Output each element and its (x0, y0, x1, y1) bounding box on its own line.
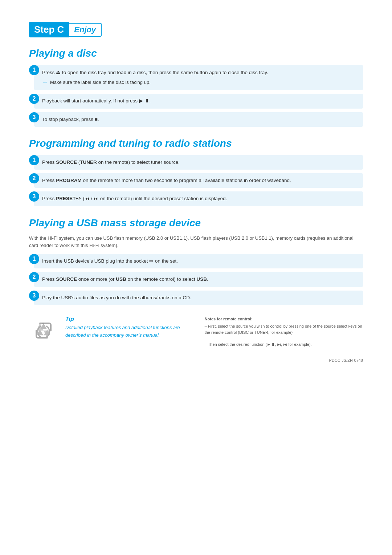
prog-step2-text: Press PROGRAM on the remote for more tha… (42, 178, 291, 183)
usb-step2-text: Press SOURCE once or more (or USB on the… (42, 276, 208, 282)
programming-title: Programming and tuning to radio stations (29, 138, 363, 149)
prog-step-number-2: 2 (29, 173, 39, 183)
tip-text: Detailed playback features and additiona… (65, 324, 197, 339)
usb-step-number-1: 1 (29, 254, 39, 264)
prog-step-content-2: Press PROGRAM on the remote for more tha… (34, 173, 363, 188)
step-enjoy-label: Enjoy (69, 23, 102, 37)
disc-step1-note-text: Make sure the label side of the disc is … (50, 79, 151, 86)
arrow-icon: → (42, 78, 48, 86)
usb-step-content-1: Insert the USB device's USB plug into th… (34, 254, 363, 268)
usb-step3-text: Play the USB's audio files as you do wit… (42, 295, 191, 300)
tip-note2: – Then select the desired function (►⏸, … (205, 341, 363, 348)
tip-section: Tip Detailed playback features and addit… (29, 316, 363, 348)
prog-step-number-1: 1 (29, 155, 39, 165)
prog-step1-text: Press SOURCE (TUNER on the remote) to se… (42, 159, 180, 165)
disc-step-1: 1 Press ⏏ to open the disc tray and load… (29, 65, 363, 90)
prog-step3-text: Press PRESET+/- (⏮ / ⏭ on the remote) un… (42, 196, 227, 201)
step-c-label: Step C (29, 22, 69, 37)
prog-step-content-3: Press PRESET+/- (⏮ / ⏭ on the remote) un… (34, 191, 363, 206)
usb-section: Playing a USB mass storage device With t… (29, 217, 363, 305)
disc-step-3: 3 To stop playback, press ■. (29, 112, 363, 127)
disc-step2-text: Playback will start automatically. If no… (42, 98, 151, 104)
disc-step-2: 2 Playback will start automatically. If … (29, 94, 363, 108)
usb-title: Playing a USB mass storage device (29, 217, 363, 229)
playing-disc-section: Playing a disc 1 Press ⏏ to open the dis… (29, 48, 363, 127)
usb-step-number-3: 3 (29, 291, 39, 301)
prog-step-3: 3 Press PRESET+/- (⏮ / ⏭ on the remote) … (29, 191, 363, 206)
tip-title: Tip (65, 316, 197, 323)
playing-disc-title: Playing a disc (29, 48, 363, 59)
usb-step-1: 1 Insert the USB device's USB plug into … (29, 254, 363, 268)
usb-step1-text: Insert the USB device's USB plug into th… (42, 258, 178, 264)
prog-step-2: 2 Press PROGRAM on the remote for more t… (29, 173, 363, 188)
tip-right-content: Notes for remote control: – First, selec… (205, 316, 363, 348)
footer: PDCC-JS/ZH-0748 (29, 358, 363, 362)
disc-step1-text: Press ⏏ to open the disc tray and load i… (42, 70, 268, 75)
prog-step-content-1: Press SOURCE (TUNER on the remote) to se… (34, 155, 363, 170)
footer-code: PDCC-JS/ZH-0748 (329, 358, 363, 362)
disc-step-number-3: 3 (29, 112, 39, 122)
tip-note1: – First, select the source you wish to c… (205, 323, 363, 335)
step-header: Step C Enjoy (29, 22, 363, 37)
programming-section: Programming and tuning to radio stations… (29, 138, 363, 206)
disc-step-content-1: Press ⏏ to open the disc tray and load i… (34, 65, 363, 90)
disc-step-number-1: 1 (29, 65, 39, 75)
disc-step1-note: → Make sure the label side of the disc i… (42, 78, 358, 86)
usb-step-2: 2 Press SOURCE once or more (or USB on t… (29, 272, 363, 287)
disc-step-content-3: To stop playback, press ■. (34, 112, 363, 127)
tip-icon (29, 316, 58, 345)
usb-intro-text: With the Hi-Fi system, you can use USB f… (29, 235, 363, 250)
tip-notes-title: Notes for remote control: (205, 316, 363, 322)
tip-left-content: Tip Detailed playback features and addit… (65, 316, 197, 339)
usb-step-content-2: Press SOURCE once or more (or USB on the… (34, 272, 363, 287)
disc-step-content-2: Playback will start automatically. If no… (34, 94, 363, 108)
usb-step-3: 3 Play the USB's audio files as you do w… (29, 291, 363, 305)
prog-step-1: 1 Press SOURCE (TUNER on the remote) to … (29, 155, 363, 170)
disc-step3-text: To stop playback, press ■. (42, 117, 99, 122)
usb-step-content-3: Play the USB's audio files as you do wit… (34, 291, 363, 305)
